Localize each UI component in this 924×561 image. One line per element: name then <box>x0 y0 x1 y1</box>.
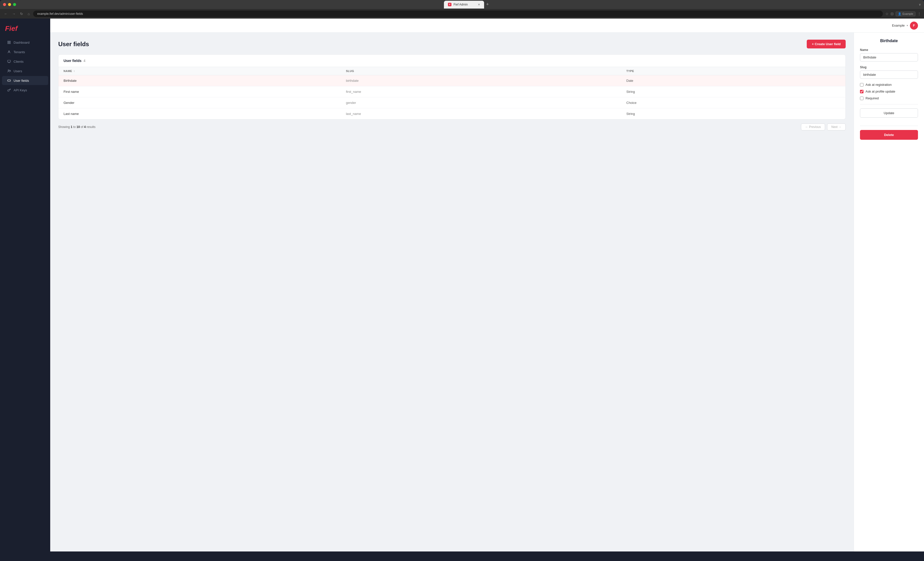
table-row[interactable]: Birthdate birthdate Date <box>58 75 845 86</box>
col-slug: SLUG <box>341 67 621 75</box>
sidebar: Fief Dashboard Tenants Clients <box>0 19 50 552</box>
pagination-info: Showing 1 to 10 of 4 results <box>58 125 95 129</box>
svg-point-6 <box>8 70 9 71</box>
user-fields-icon <box>7 79 11 82</box>
sort-icon: ↑ <box>74 70 75 72</box>
table-count: 4 <box>84 59 86 63</box>
table-title: User fields <box>63 59 82 63</box>
right-panel: Birthdate Name Slug Ask at registration … <box>854 33 924 552</box>
table-row[interactable]: Last name last_name String <box>58 108 845 120</box>
pagination-total: 4 <box>84 125 86 129</box>
sidebar-item-api-keys[interactable]: API Keys <box>2 85 48 94</box>
sidebar-item-tenants[interactable]: Tenants <box>2 48 48 57</box>
minimize-button[interactable] <box>8 3 11 6</box>
page-header: User fields + Create User field <box>58 40 846 48</box>
create-user-field-button[interactable]: + Create User field <box>807 40 846 48</box>
refresh-button[interactable]: ↻ <box>19 11 24 17</box>
address-bar: ← → ↻ ⌂ ☆ ⊡ 👤 Example ⋮ <box>0 9 924 19</box>
row-type: String <box>621 86 845 97</box>
page-title: User fields <box>58 40 89 48</box>
address-input[interactable] <box>33 10 883 17</box>
row-name: Gender <box>58 97 341 108</box>
pagination-from: 1 <box>70 125 72 129</box>
table-row[interactable]: First name first_name String <box>58 86 845 97</box>
required-checkbox[interactable] <box>860 97 864 100</box>
table-body: Birthdate birthdate Date First name firs… <box>58 75 845 120</box>
sidebar-logo: Fief <box>0 22 50 37</box>
row-slug: birthdate <box>341 75 621 86</box>
maximize-button[interactable] <box>13 3 16 6</box>
svg-rect-2 <box>8 43 9 43</box>
row-name: Birthdate <box>58 75 341 86</box>
logo-text: Fief <box>5 25 18 32</box>
row-type: Choice <box>621 97 845 108</box>
pagination: Showing 1 to 10 of 4 results ← Previous … <box>58 120 846 130</box>
bookmark-icon[interactable]: ☆ <box>885 12 889 16</box>
avatar: F <box>910 22 918 30</box>
table-head: NAME ↑ SLUG TYPE <box>58 67 845 75</box>
browser-tab[interactable]: F Fief Admin ✕ <box>444 1 484 9</box>
update-button[interactable]: Update <box>860 108 918 118</box>
sidebar-item-clients[interactable]: Clients <box>2 57 48 66</box>
user-fields-table: NAME ↑ SLUG TYPE Birthdate birthdate <box>58 67 845 119</box>
previous-button[interactable]: ← Previous <box>801 123 825 130</box>
dashboard-icon <box>7 40 11 45</box>
row-slug: first_name <box>341 86 621 97</box>
svg-rect-5 <box>8 60 10 62</box>
table-card-header: User fields 4 <box>58 55 845 67</box>
slug-label: Slug <box>860 66 918 69</box>
svg-rect-3 <box>9 43 10 43</box>
close-button[interactable] <box>3 3 6 6</box>
menu-button[interactable]: ⋮ <box>918 12 921 16</box>
window-dropdown[interactable]: ∨ <box>919 3 921 6</box>
new-tab-button[interactable]: + <box>484 1 491 8</box>
delete-button[interactable]: Delete <box>860 130 918 140</box>
sidebar-item-users[interactable]: Users <box>2 66 48 76</box>
sidebar-item-label: Tenants <box>14 50 25 54</box>
name-label: Name <box>860 48 918 52</box>
table-card: User fields 4 NAME ↑ SLUG TYPE <box>58 54 846 120</box>
clients-icon <box>7 60 11 63</box>
slug-field-group: Slug <box>860 66 918 79</box>
panel-divider <box>860 104 918 105</box>
ask-profile-update-group: Ask at profile update <box>860 90 918 93</box>
row-slug: gender <box>341 97 621 108</box>
sidebar-nav: Dashboard Tenants Clients Users <box>0 37 50 95</box>
svg-rect-1 <box>9 41 10 42</box>
row-name: First name <box>58 86 341 97</box>
ask-registration-checkbox[interactable] <box>860 83 864 87</box>
slug-input[interactable] <box>860 70 918 79</box>
pagination-to: 10 <box>76 125 80 129</box>
users-icon <box>7 69 11 73</box>
titlebar: F Fief Admin ✕ + ∨ <box>0 0 924 9</box>
sidebar-item-dashboard[interactable]: Dashboard <box>2 38 48 47</box>
home-button[interactable]: ⌂ <box>27 11 31 17</box>
next-button[interactable]: Next → <box>827 123 846 130</box>
row-type: Date <box>621 75 845 86</box>
sidebar-item-user-fields[interactable]: User fields <box>2 76 48 85</box>
user-icon: 👤 <box>898 12 902 16</box>
ask-profile-update-label: Ask at profile update <box>866 90 896 93</box>
reader-icon[interactable]: ⊡ <box>891 12 894 16</box>
main-wrapper: Example ▾ F User fields + Create User fi… <box>50 19 924 552</box>
name-input[interactable] <box>860 53 918 61</box>
sidebar-item-label: Dashboard <box>14 40 30 45</box>
app-container: Fief Dashboard Tenants Clients <box>0 19 924 552</box>
table-row[interactable]: Gender gender Choice <box>58 97 845 108</box>
chevron-down-icon: ▾ <box>907 24 908 27</box>
required-group: Required <box>860 96 918 100</box>
name-field-group: Name <box>860 48 918 61</box>
panel-divider-2 <box>860 126 918 126</box>
ask-profile-update-checkbox[interactable] <box>860 90 864 93</box>
row-name: Last name <box>58 108 341 120</box>
back-button[interactable]: ← <box>3 11 9 17</box>
col-name: NAME ↑ <box>58 67 341 75</box>
tab-favicon: F <box>448 3 452 6</box>
header-user[interactable]: Example ▾ F <box>892 22 918 30</box>
sidebar-item-label: Clients <box>14 60 24 63</box>
panel-title: Birthdate <box>860 39 918 43</box>
forward-button[interactable]: → <box>11 11 16 17</box>
sidebar-item-label: User fields <box>14 79 29 82</box>
col-type: TYPE <box>621 67 845 75</box>
tab-close-button[interactable]: ✕ <box>478 3 480 6</box>
